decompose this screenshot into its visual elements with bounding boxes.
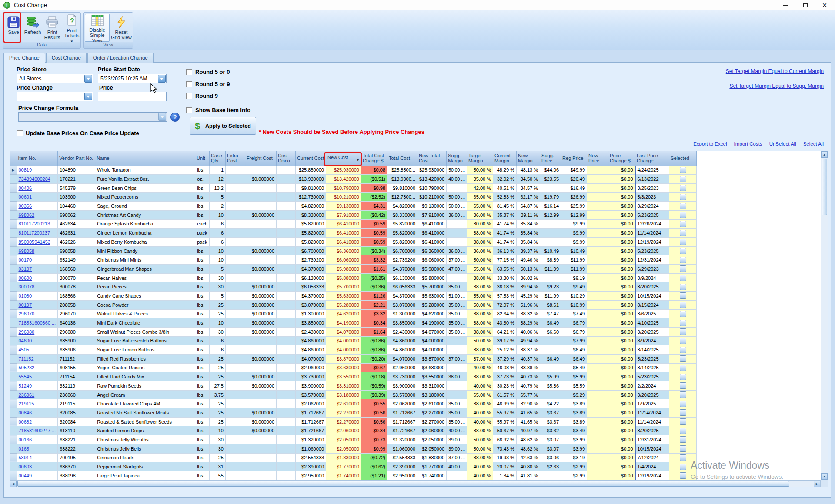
scroll-right-button[interactable]: ▶	[814, 481, 820, 487]
row-selector[interactable]	[10, 292, 17, 301]
cell-item[interactable]: 51249	[17, 381, 58, 391]
cell-item[interactable]: 00170	[17, 255, 58, 265]
close-button[interactable]: ✕	[815, 0, 834, 10]
item-link[interactable]: 734394000284	[19, 176, 50, 182]
column-header-qty[interactable]: Case Qty	[210, 151, 226, 166]
price-change-formula-dropdown[interactable]	[18, 112, 167, 122]
item-link[interactable]: 698062	[19, 212, 35, 218]
item-link[interactable]: 236061	[19, 392, 35, 398]
row-selected-checkbox[interactable]	[680, 248, 686, 254]
item-link[interactable]: 00406	[19, 186, 32, 191]
row-selector[interactable]	[10, 300, 17, 309]
vertical-scrollbar[interactable]: ▲ ▼	[821, 151, 828, 480]
refresh-button[interactable]: Refresh	[23, 14, 42, 42]
row-selected-checkbox[interactable]	[680, 472, 686, 479]
cell-item[interactable]: 810117200237	[17, 229, 58, 238]
row-selector[interactable]	[10, 246, 17, 255]
column-header-freight[interactable]: Freight Cost	[245, 151, 277, 166]
cell-item[interactable]: 00406	[17, 183, 58, 192]
column-header-chg[interactable]: Total Cost Change $	[361, 151, 387, 166]
tab-order-location-change[interactable]: Order / Location Change	[87, 53, 154, 63]
row-selector[interactable]	[10, 435, 17, 444]
cell-item[interactable]: 236061	[17, 390, 58, 399]
row-selected-checkbox[interactable]	[680, 292, 686, 299]
scroll-up-button[interactable]: ▲	[821, 151, 828, 158]
row-selector[interactable]	[10, 453, 17, 462]
cell-item[interactable]: 810117200213	[17, 219, 58, 229]
scroll-down-button[interactable]: ▼	[821, 473, 828, 480]
item-link[interactable]: 51249	[19, 383, 32, 388]
reset-grid-view-button[interactable]: Reset Grid View	[110, 14, 132, 42]
cell-item[interactable]: 00603	[17, 462, 58, 471]
cell-item[interactable]: 00682	[17, 417, 58, 426]
row-selector[interactable]	[10, 444, 17, 453]
row-selected-checkbox[interactable]	[680, 230, 686, 236]
item-link[interactable]: 4505	[19, 347, 29, 352]
item-link[interactable]: 00819	[19, 167, 32, 172]
row-selected-checkbox[interactable]	[680, 176, 686, 182]
item-link[interactable]: 04600	[19, 338, 32, 343]
cell-item[interactable]: 296070	[17, 309, 58, 318]
cell-item[interactable]: 300078	[17, 282, 58, 292]
row-selector[interactable]	[10, 408, 17, 418]
row-selector[interactable]	[10, 471, 17, 480]
row-selected-checkbox[interactable]	[680, 265, 686, 272]
item-link[interactable]: 505282	[19, 365, 35, 370]
row-selector[interactable]	[10, 192, 17, 202]
price-change-dropdown[interactable]	[17, 92, 93, 101]
row-selector[interactable]	[10, 229, 17, 238]
cell-item[interactable]: 00197	[17, 300, 58, 309]
cell-item[interactable]: 718531600360 ...	[17, 318, 58, 328]
cell-item[interactable]: 711152	[17, 354, 58, 363]
update-base-prices-checkbox[interactable]	[17, 130, 23, 136]
row-selector[interactable]	[10, 462, 17, 471]
row-selected-checkbox[interactable]	[680, 428, 686, 434]
row-selector[interactable]	[10, 202, 17, 211]
cell-item[interactable]: 850005941453	[17, 238, 58, 247]
row-selected-checkbox[interactable]	[680, 194, 686, 200]
row-selected-checkbox[interactable]	[680, 338, 686, 344]
row-selected-checkbox[interactable]	[680, 203, 686, 209]
print-tickets-button[interactable]: ? Print Tickets ▼	[62, 14, 81, 42]
set-target-margin-sugg-link[interactable]: Set Target Margin Equal to Sugg. Margin	[729, 83, 824, 89]
row-selected-checkbox[interactable]	[680, 239, 686, 245]
row-selector[interactable]	[10, 265, 17, 274]
price-store-dropdown-button[interactable]	[84, 75, 92, 83]
item-link[interactable]: 00846	[19, 410, 32, 415]
column-header-name[interactable]: Name	[95, 151, 195, 166]
row-selected-checkbox[interactable]	[680, 355, 686, 362]
row-selector[interactable]	[10, 426, 17, 435]
column-header-extra[interactable]: Extra Cost	[226, 151, 245, 166]
item-link[interactable]: 00601	[19, 194, 32, 199]
help-icon[interactable]: ?	[170, 113, 180, 122]
item-link[interactable]: 00356	[19, 203, 32, 209]
item-link[interactable]: 718531600360 ...	[19, 320, 56, 325]
row-selector[interactable]	[10, 399, 17, 408]
cell-item[interactable]: 4505	[17, 345, 58, 355]
cell-item[interactable]: 734394000284	[17, 175, 58, 184]
column-header-new_p[interactable]: New Price	[587, 151, 608, 166]
row-selected-checkbox[interactable]	[680, 275, 686, 281]
column-header-last[interactable]: Last Price Change	[635, 151, 669, 166]
column-header-item[interactable]: Item No.	[17, 151, 58, 166]
item-link[interactable]: 219115	[19, 401, 34, 406]
row-selector[interactable]	[10, 273, 17, 282]
item-link[interactable]: 00197	[19, 302, 32, 308]
show-base-item-info-checkbox[interactable]	[186, 107, 192, 113]
row-selected-checkbox[interactable]	[680, 454, 686, 461]
round-9-checkbox[interactable]	[186, 93, 192, 99]
column-header-total[interactable]: Total Cost	[387, 151, 418, 166]
column-header-cur_m[interactable]: Current Margin	[493, 151, 517, 166]
cell-item[interactable]: 55545	[17, 372, 58, 381]
item-link[interactable]: 01080	[19, 293, 32, 298]
row-selector[interactable]	[10, 345, 17, 355]
tab-cost-change[interactable]: Cost Change	[46, 53, 87, 63]
item-link[interactable]: 810117200237	[19, 230, 50, 235]
item-link[interactable]: 850005941453	[19, 239, 50, 245]
cell-item[interactable]: 296080	[17, 327, 58, 336]
row-selected-checkbox[interactable]	[680, 320, 686, 326]
item-link[interactable]: 296070	[19, 311, 35, 316]
filter-arrow-icon[interactable]: ▼	[356, 158, 360, 162]
item-link[interactable]: 00166	[19, 437, 32, 442]
item-link[interactable]: 00170	[19, 257, 32, 262]
